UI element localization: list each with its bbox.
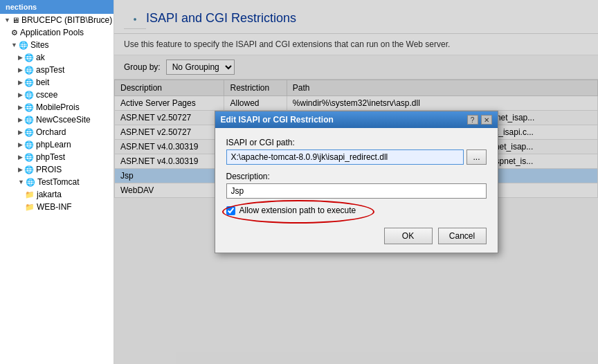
path-input[interactable]	[226, 149, 464, 165]
tree-icon: 🌐	[24, 128, 34, 137]
modal-titlebar: Edit ISAPI or CGI Restriction ? ✕	[215, 111, 498, 128]
tree-label: Application Pools	[20, 28, 84, 37]
tree-icon: 🌐	[26, 178, 35, 187]
tree-icon: ⚙	[11, 28, 18, 37]
tree-icon: 🌐	[24, 103, 34, 112]
sidebar-item-cscee[interactable]: ▶🌐cscee	[0, 89, 114, 101]
modal-body: ISAPI or CGI path: ... Description: Allo…	[215, 128, 498, 253]
tree-icon: 🌐	[24, 91, 34, 100]
sidebar-item-phpTest[interactable]: ▶🌐phpTest	[0, 151, 114, 163]
tree-label: Sites	[30, 40, 49, 50]
sidebar-item-MobileProis[interactable]: ▶🌐MobileProis	[0, 101, 114, 113]
sidebar-item-NewCsceeSite[interactable]: ▶🌐NewCsceeSite	[0, 113, 114, 126]
tree-label: aspTest	[36, 65, 64, 75]
description-label: Description:	[226, 172, 487, 181]
modal-close-button[interactable]: ✕	[481, 115, 492, 125]
tree-icon: 🌐	[19, 41, 28, 50]
tree-icon: 🌐	[24, 153, 34, 162]
tree-label: phpTest	[36, 152, 65, 162]
tree-label: beit	[36, 78, 49, 87]
modal-buttons: OK Cancel	[226, 225, 487, 244]
description-field: Description:	[226, 172, 487, 199]
arrow-icon: ▼	[11, 42, 17, 48]
edit-restriction-modal: Edit ISAPI or CGI Restriction ? ✕ ISAPI …	[215, 111, 498, 253]
sidebar-item-jakarta[interactable]: 📁jakarta	[0, 188, 114, 201]
tree-label: TestTomcat	[37, 177, 80, 187]
sidebar-item-sites[interactable]: ▼🌐Sites	[0, 39, 114, 51]
allow-extension-label: Allow extension path to execute	[239, 206, 356, 215]
sidebar-item-Orchard[interactable]: ▶🌐Orchard	[0, 126, 114, 138]
tree-label: Orchard	[36, 127, 66, 137]
arrow-icon: ▶	[18, 66, 23, 73]
arrow-icon: ▼	[18, 179, 24, 185]
modal-controls: ? ✕	[467, 115, 492, 125]
arrow-icon: ▶	[18, 129, 23, 136]
tree-label: NewCsceeSite	[36, 115, 91, 125]
allow-extension-checkbox[interactable]	[226, 206, 235, 215]
arrow-icon: ▶	[18, 104, 23, 111]
arrow-icon: ▶	[18, 166, 23, 173]
description-input[interactable]	[226, 183, 487, 199]
tree-icon: 🖥	[12, 16, 19, 24]
tree-icon: 🌐	[24, 53, 34, 62]
sidebar-title: nections	[0, 0, 114, 14]
browse-button[interactable]: ...	[466, 149, 486, 165]
tree-label: BRUCEPC (BITB\Bruce)	[21, 15, 112, 25]
tree-icon: 📁	[25, 190, 35, 199]
sidebar-item-beit[interactable]: ▶🌐beit	[0, 76, 114, 89]
modal-overlay: Edit ISAPI or CGI Restriction ? ✕ ISAPI …	[114, 0, 598, 364]
tree-icon: 📁	[25, 203, 35, 212]
sidebar-item-TestTomcat[interactable]: ▼🌐TestTomcat	[0, 176, 114, 188]
arrow-icon: ▶	[18, 54, 23, 61]
arrow-icon: ▶	[18, 91, 23, 98]
arrow-icon: ▶	[18, 154, 23, 161]
tree-icon: 🌐	[24, 140, 34, 149]
arrow-icon: ▶	[18, 141, 23, 148]
modal-help-button[interactable]: ?	[467, 115, 478, 125]
tree-label: PROIS	[36, 165, 62, 174]
tree-icon: 🌐	[24, 165, 34, 174]
ok-button[interactable]: OK	[384, 228, 433, 244]
sidebar-item-phpLearn[interactable]: ▶🌐phpLearn	[0, 138, 114, 151]
tree-icon: 🌐	[24, 116, 34, 125]
sidebar-item-aspTest[interactable]: ▶🌐aspTest	[0, 64, 114, 76]
sidebar-item-apppools[interactable]: ⚙Application Pools	[0, 26, 114, 39]
arrow-icon: ▶	[18, 79, 23, 86]
sidebar-item-ak[interactable]: ▶🌐ak	[0, 51, 114, 64]
arrow-icon: ▼	[4, 17, 10, 24]
tree-label: WEB-INF	[37, 202, 72, 212]
sidebar-item-PROIS[interactable]: ▶🌐PROIS	[0, 163, 114, 176]
tree-label: ak	[36, 53, 45, 62]
sidebar: nections ▼🖥BRUCEPC (BITB\Bruce)⚙Applicat…	[0, 0, 114, 364]
tree-label: phpLearn	[36, 140, 71, 149]
sidebar-item-root[interactable]: ▼🖥BRUCEPC (BITB\Bruce)	[0, 14, 114, 26]
tree-icon: 🌐	[24, 78, 34, 87]
tree-label: MobileProis	[36, 102, 80, 112]
cancel-button[interactable]: Cancel	[438, 228, 487, 244]
checkbox-row: Allow extension path to execute	[226, 206, 487, 215]
tree-label: jakarta	[37, 190, 62, 199]
tree-label: cscee	[36, 90, 57, 100]
path-field: ISAPI or CGI path: ...	[226, 138, 487, 165]
path-label: ISAPI or CGI path:	[226, 138, 487, 147]
arrow-icon: ▶	[18, 116, 23, 123]
main-content: ⚙ ISAPI and CGI Restrictions Use this fe…	[114, 0, 598, 364]
tree-icon: 🌐	[24, 66, 34, 75]
sidebar-item-WEB-INF[interactable]: 📁WEB-INF	[0, 201, 114, 213]
modal-title: Edit ISAPI or CGI Restriction	[221, 115, 334, 125]
